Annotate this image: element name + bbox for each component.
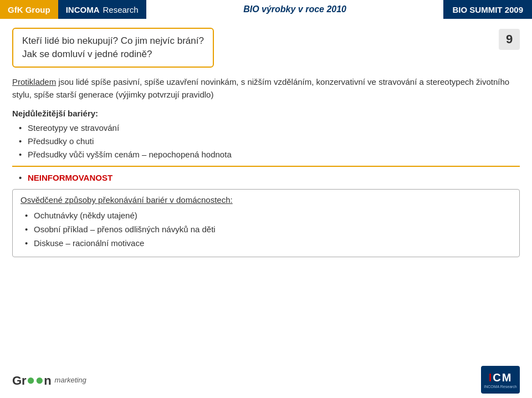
list-item: Ochutnávky (někdy utajené) — [23, 209, 511, 223]
overcome-list: Ochutnávky (někdy utajené) Osobní příkla… — [21, 209, 511, 250]
barriers-title: Nejdůležitější bariéry: — [12, 109, 520, 118]
neinformovanost-list: NEINFORMOVANOST — [12, 171, 520, 185]
header: GfK Group INCOMA Research BIO výrobky v … — [0, 0, 532, 19]
question-box: Kteří lidé bio nekupují? Co jim nejvíc b… — [12, 28, 214, 68]
list-item-highlight: NEINFORMOVANOST — [18, 171, 520, 185]
footer: Gr●●n marketing ICM INCOMA Research — [12, 366, 520, 394]
list-item: Předsudky o chuti — [18, 135, 520, 148]
icm-logo: ICM INCOMA Research — [481, 366, 520, 394]
barriers-list: Stereotypy ve stravování Předsudky o chu… — [12, 121, 520, 161]
question-text: Kteří lidé bio nekupují? Co jim nejvíc b… — [22, 34, 204, 61]
list-item: Předsudky vůči vyšším cenám – nepochopen… — [18, 148, 520, 161]
overcome-box: Osvědčené způsoby překonávání bariér v d… — [12, 189, 520, 257]
list-item: Osobní příklad – přenos odlišných návyků… — [23, 223, 511, 237]
main-paragraph: Protikladem jsou lidé spíše pasivní, spí… — [12, 75, 520, 101]
presentation-title: BIO výrobky v roce 2010 — [146, 0, 444, 19]
list-item: Stereotypy ve stravování — [18, 121, 520, 135]
overcome-title: Osvědčené způsoby překonávání bariér v d… — [21, 195, 511, 205]
main-content: 9 Kteří lidé bio nekupují? Co jim nejvíc… — [0, 19, 532, 263]
summit-label: BIO SUMMIT 2009 — [443, 0, 532, 19]
incoma-logo: INCOMA Research — [58, 0, 146, 19]
green-marketing-logo: Gr●●n marketing — [12, 371, 86, 389]
divider — [12, 166, 520, 167]
icm-box: ICM INCOMA Research — [481, 366, 520, 394]
list-item: Diskuse – racionální motivace — [23, 237, 511, 251]
gfk-logo: GfK Group — [0, 0, 58, 19]
slide-number: 9 — [499, 29, 520, 50]
